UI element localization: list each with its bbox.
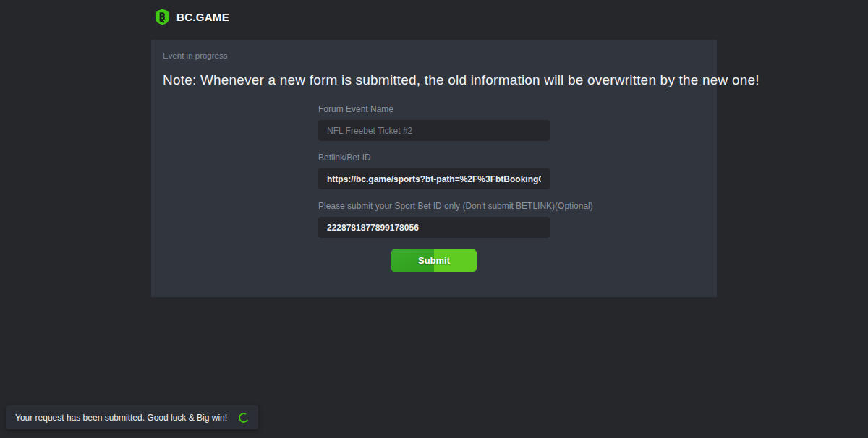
submission-toast-message: Your request has been submitted. Good lu… — [15, 413, 227, 423]
forum-event-name-label: Forum Event Name — [318, 104, 550, 114]
overwrite-note: Note: Whenever a new form is submitted, … — [163, 72, 705, 88]
submit-button[interactable]: Submit — [391, 249, 477, 272]
header: BC.GAME — [0, 0, 868, 33]
bcgame-logo[interactable]: BC.GAME — [154, 9, 229, 25]
betlink-field: Betlink/Bet ID — [318, 153, 550, 189]
submission-toast: Your request has been submitted. Good lu… — [6, 405, 258, 429]
sport-bet-id-field: Please submit your Sport Bet ID only (Do… — [318, 201, 550, 238]
sport-bet-id-input[interactable] — [318, 217, 550, 238]
loading-spinner-icon — [237, 411, 250, 424]
forum-event-name-input[interactable] — [318, 120, 550, 141]
betlink-label: Betlink/Bet ID — [318, 153, 550, 163]
submit-row: Submit — [318, 249, 550, 272]
event-status-text: Event in progress — [163, 51, 705, 60]
sport-bet-id-label: Please submit your Sport Bet ID only (Do… — [318, 201, 550, 211]
forum-event-name-field: Forum Event Name — [318, 104, 550, 141]
event-form: Forum Event Name Betlink/Bet ID Please s… — [318, 104, 550, 272]
bcgame-shield-icon — [154, 9, 171, 25]
betlink-input[interactable] — [318, 168, 550, 189]
submit-button-label: Submit — [391, 249, 477, 272]
bcgame-logo-text: BC.GAME — [176, 11, 229, 23]
event-panel: Event in progress Note: Whenever a new f… — [151, 40, 717, 297]
